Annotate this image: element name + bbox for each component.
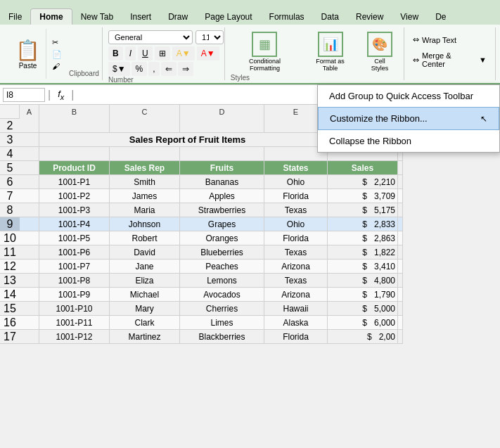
conditional-formatting-icon: ▦ [252, 32, 277, 57]
wrap-text-icon: ⇔ [413, 35, 419, 44]
table-row: 13 1001-P8 Eliza Lemons Texas $ 4,800 [0, 274, 403, 288]
tab-data[interactable]: Data [313, 9, 347, 25]
decrease-decimal-button[interactable]: ⇐ [161, 62, 177, 76]
cell-b2[interactable] [39, 119, 110, 133]
paste-label: Paste [19, 62, 37, 70]
cell-styles-icon: 🎨 [367, 32, 392, 57]
font-color-button[interactable]: A▼ [197, 46, 219, 60]
font-group: General Calibri Arial 11 12 14 B I U ⊞ A… [103, 27, 225, 80]
row-num-9: 9 [0, 217, 20, 231]
tab-new-tab[interactable]: New Tab [72, 9, 122, 25]
cut-button[interactable]: ✂ [49, 37, 65, 48]
table-row: 7 1001-P2 James Apples Florida $ 3,709 [0, 189, 403, 203]
func-icon[interactable]: fx [53, 87, 68, 103]
cell-a3[interactable] [20, 133, 39, 147]
clipboard-label: Clipboard [68, 68, 101, 79]
number-label: Number [108, 76, 134, 84]
cell-b4[interactable] [39, 147, 110, 161]
row-num-3: 3 [0, 133, 20, 147]
bold-button[interactable]: B [108, 46, 123, 60]
cell-c4[interactable] [110, 147, 180, 161]
conditional-formatting-button[interactable]: ▦ Conditional Formatting [231, 30, 299, 74]
cell-a2[interactable] [20, 119, 39, 133]
format-painter-button[interactable]: 🖌 [49, 61, 65, 71]
tab-view[interactable]: View [392, 9, 427, 25]
copy-button[interactable]: 📄 [49, 49, 65, 60]
cell-styles-button[interactable]: 🎨 Cell Styles [361, 30, 398, 74]
styles-label: Styles [231, 74, 250, 82]
increase-decimal-button[interactable]: ⇒ [178, 62, 193, 76]
merge-dropdown-icon: ▼ [479, 56, 487, 64]
corner-cell [0, 105, 20, 119]
grid-with-row-nums: 2 3 Sales Report of Fruit Items 4 [0, 119, 403, 448]
clipboard-sub-buttons: ✂ 📄 🖌 [46, 29, 68, 79]
context-add-group[interactable]: Add Group to Quick Access Toolbar [318, 85, 499, 107]
context-menu: Add Group to Quick Access Toolbar Custom… [317, 84, 500, 153]
grid-wrapper: 2 3 Sales Report of Fruit Items 4 [0, 119, 500, 448]
italic-button[interactable]: I [125, 46, 136, 60]
font-format-row: B I U ⊞ A▼ A▼ [108, 46, 219, 60]
ribbon-tab-bar: File Home New Tab Insert Draw Page Layou… [0, 0, 500, 25]
tab-review[interactable]: Review [347, 9, 392, 25]
cell-reference-input[interactable]: I8 [3, 88, 45, 102]
styles-content: ▦ Conditional Formatting 📊 Format as Tab… [231, 30, 398, 74]
underline-button[interactable]: U [138, 46, 153, 60]
table-row: 5 Product ID Sales Rep Fruits States Sal… [0, 161, 403, 175]
context-collapse-ribbon[interactable]: Collapse the Ribbon [318, 130, 499, 152]
context-customize-ribbon-label: Customize the Ribbon... [330, 113, 428, 124]
header-fruits: Fruits [180, 161, 264, 175]
formula-sep-icon: | [48, 89, 51, 101]
tab-draw[interactable]: Draw [160, 9, 196, 25]
table-row: 12 1001-P7 Jane Peaches Arizona $ 3,410 [0, 260, 403, 274]
wrap-group: ⇔ Wrap Text ⇔ Merge & Center ▼ [404, 27, 496, 80]
context-customize-ribbon[interactable]: Customize the Ribbon... ↖ [318, 107, 499, 130]
ribbon: File Home New Tab Insert Draw Page Layou… [0, 0, 500, 85]
table-row: 14 1001-P9 Michael Avocados Arizona $ 1,… [0, 288, 403, 302]
col-header-d: D [180, 105, 264, 119]
table-row: 16 1001-P11 Clark Limes Alaska $ 6,000 [0, 316, 403, 330]
tab-de[interactable]: De [427, 9, 454, 25]
tab-file[interactable]: File [0, 9, 30, 25]
format-table-icon: 📊 [318, 32, 343, 57]
paste-button[interactable]: 📋 Paste [10, 29, 46, 79]
comma-button[interactable]: , [148, 62, 159, 76]
row-num-13: 13 [0, 274, 20, 288]
row-num-7: 7 [0, 189, 20, 203]
cell-d4[interactable] [180, 147, 264, 161]
font-selector-row: General Calibri Arial 11 12 14 [108, 30, 224, 44]
table-row: 9 1001-P4 Johnson Grapes Ohio $ 2,833 [0, 217, 403, 231]
row-num-10: 10 [0, 231, 20, 245]
merge-center-button[interactable]: ⇔ Merge & Center ▼ [410, 49, 489, 70]
format-table-label: Format as Table [309, 58, 352, 72]
row-num-12: 12 [0, 260, 20, 274]
col-header-a: A [20, 105, 39, 119]
font-name-selector[interactable]: General Calibri Arial [108, 30, 193, 44]
row-num-15: 15 [0, 302, 20, 316]
border-button[interactable]: ⊞ [155, 46, 170, 60]
main-area: A B C D E F 2 3 Sales [0, 105, 500, 448]
cell-c2[interactable] [110, 119, 180, 133]
tab-insert[interactable]: Insert [122, 9, 160, 25]
col-header-b: B [39, 105, 110, 119]
row-num-4: 4 [0, 147, 20, 161]
formula-sep2-icon: | [71, 89, 74, 101]
tab-home[interactable]: Home [30, 8, 72, 25]
context-add-group-label: Add Group to Quick Access Toolbar [329, 91, 473, 101]
fill-color-button[interactable]: A▼ [172, 46, 195, 60]
merge-icon: ⇔ [413, 56, 419, 65]
wrap-text-button[interactable]: ⇔ Wrap Text [410, 33, 459, 46]
row-num-6: 6 [0, 175, 20, 189]
percent-button[interactable]: % [132, 62, 148, 76]
currency-button[interactable]: $▼ [108, 62, 130, 76]
tab-page-layout[interactable]: Page Layout [196, 9, 260, 25]
cell-a4[interactable] [20, 147, 39, 161]
font-size-selector[interactable]: 11 12 14 [195, 30, 224, 44]
table-row: 6 1001-P1 Smith Bananas Ohio $ 2,210 [0, 175, 403, 189]
cell-rest-5[interactable] [398, 161, 403, 175]
format-as-table-button[interactable]: 📊 Format as Table [305, 30, 356, 74]
header-product-id: Product ID [39, 161, 110, 175]
cell-a5[interactable] [20, 161, 39, 175]
tab-formulas[interactable]: Formulas [261, 9, 313, 25]
ribbon-body: 📋 Paste ✂ 📄 🖌 Clipboard General Calibri … [0, 25, 500, 84]
cell-d2[interactable] [180, 119, 264, 133]
